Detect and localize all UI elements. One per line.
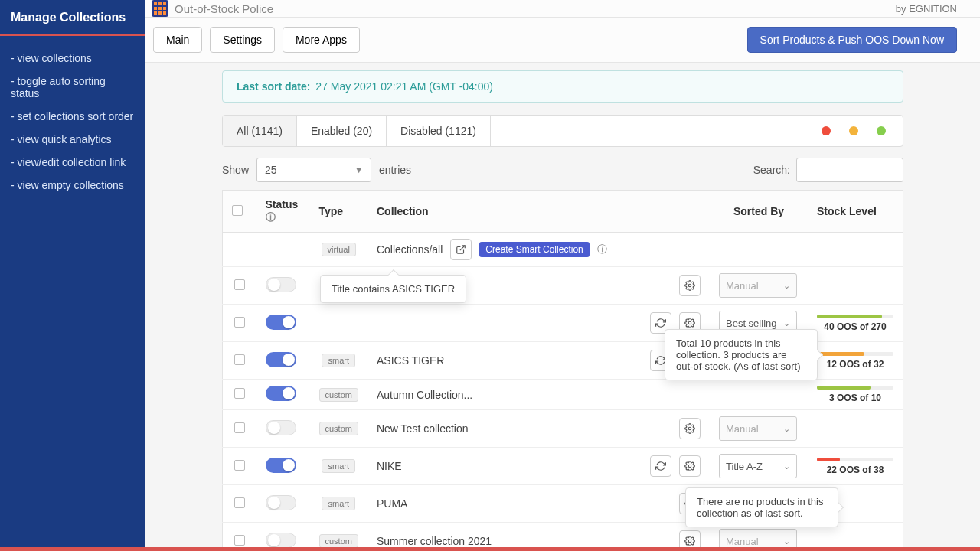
entries-label: entries [379, 164, 411, 176]
create-help-icon[interactable]: ⓘ [597, 243, 607, 256]
last-sort-value: 27 May 2021 02:21 AM (GMT -04:00) [315, 80, 493, 93]
chevron-down-icon: ⌄ [783, 461, 790, 471]
stock-level-text: 3 OOS of 10 [817, 393, 893, 403]
settings-button[interactable]: Settings [210, 27, 275, 53]
filter-tabs: All (1141) Enabled (20) Disabled (1121) [222, 115, 903, 147]
collection-name: Autumn Collection... [377, 389, 472, 401]
row-checkbox[interactable] [234, 279, 245, 290]
sorted-by-value: Manual [726, 536, 759, 547]
collection-name: ASICS TIGER [377, 354, 444, 367]
collection-name: Collections/all [377, 243, 443, 256]
row-checkbox[interactable] [234, 388, 245, 399]
status-toggle[interactable] [266, 277, 296, 292]
stock-level-text: 40 OOS of 270 [817, 321, 893, 332]
stock-bar [817, 315, 893, 318]
sorted-by-value: Manual [726, 280, 759, 292]
sidebar-title: Manage Collections [0, 11, 145, 36]
chevron-down-icon: ▼ [354, 165, 363, 174]
stock-level-text: 12 OOS of 32 [817, 359, 893, 370]
search-label: Search: [753, 164, 790, 176]
sidebar-item-view-collections[interactable]: - view collections [0, 47, 145, 70]
legend-dot-amber[interactable] [849, 126, 858, 135]
type-badge: custom [319, 422, 358, 435]
status-toggle[interactable] [266, 352, 296, 367]
collection-name: New Test collection [377, 422, 469, 435]
app-header: Out-of-Stock Police by EGNITION [145, 0, 980, 18]
chevron-down-icon: ⌄ [783, 281, 790, 291]
legend-dot-green[interactable] [877, 126, 886, 135]
stock-bar [817, 352, 893, 356]
status-toggle[interactable] [266, 533, 296, 548]
app-author: by EGNITION [896, 3, 957, 15]
stock-bar [817, 458, 893, 461]
chevron-down-icon: ⌄ [783, 318, 790, 328]
col-collection: Collection [368, 191, 710, 233]
col-status: Status [266, 198, 299, 210]
svg-point-6 [688, 540, 691, 543]
app-logo-icon [152, 0, 168, 17]
sort-now-button[interactable]: Sort Products & Push OOS Down Now [747, 27, 957, 53]
collection-name: Summer collection 2021 [377, 535, 492, 547]
sidebar-item-set-sort-order[interactable]: - set collections sort order [0, 105, 145, 128]
refresh-icon[interactable] [650, 455, 671, 477]
page-size-value: 25 [265, 164, 277, 176]
sidebar-item-empty-collections[interactable]: - view empty collections [0, 174, 145, 197]
last-sort-label: Last sort date: [237, 80, 310, 93]
main-button[interactable]: Main [153, 27, 202, 53]
legend-dot-red[interactable] [822, 126, 831, 135]
gear-icon[interactable] [679, 418, 701, 439]
page-size-select[interactable]: 25 ▼ [256, 158, 371, 182]
empty-collection-tooltip: There are no products in this collection… [685, 487, 838, 527]
table-row: smartNIKETitle A-Z⌄22 OOS of 38 [223, 448, 903, 485]
table-row: customNew Test collectionManual⌄ [223, 410, 903, 448]
gear-icon[interactable] [679, 455, 701, 477]
row-checkbox[interactable] [234, 535, 245, 546]
create-smart-collection-button[interactable]: Create Smart Collection [479, 242, 589, 257]
stock-level-text: 22 OOS of 38 [817, 465, 893, 475]
row-checkbox[interactable] [234, 317, 245, 328]
gear-icon[interactable] [679, 275, 701, 296]
sorted-by-select[interactable]: Title A-Z⌄ [719, 454, 797, 478]
svg-point-1 [688, 321, 691, 324]
table-row: customAutumn Collection...3 OOS of 10 [223, 380, 903, 410]
status-toggle[interactable] [266, 495, 296, 510]
sidebar-item-quick-analytics[interactable]: - view quick analytics [0, 128, 145, 151]
sorted-by-value: Best selling [726, 318, 776, 329]
type-badge: custom [319, 388, 358, 402]
row-checkbox[interactable] [234, 460, 245, 471]
open-external-icon[interactable] [450, 239, 472, 260]
more-apps-button[interactable]: More Apps [283, 27, 360, 53]
col-sorted-by: Sorted By [710, 191, 808, 233]
svg-point-4 [688, 465, 691, 468]
tab-enabled[interactable]: Enabled (20) [297, 116, 387, 146]
type-badge: smart [322, 497, 355, 510]
status-toggle[interactable] [266, 315, 296, 330]
tab-disabled[interactable]: Disabled (1121) [387, 116, 491, 146]
collection-name: NIKE [377, 460, 402, 472]
svg-point-0 [688, 284, 691, 287]
sidebar: Manage Collections - view collections - … [0, 0, 145, 551]
status-toggle[interactable] [266, 420, 296, 435]
search-input[interactable] [796, 158, 903, 182]
type-badge: smart [322, 459, 355, 473]
status-toggle[interactable] [266, 386, 296, 401]
title-filter-tooltip: Title contains ASICS TIGER [320, 275, 466, 303]
last-sort-banner: Last sort date: 27 May 2021 02:21 AM (GM… [222, 70, 903, 103]
bottom-accent-bar [0, 547, 980, 551]
stock-bar [817, 386, 893, 390]
sidebar-item-edit-link[interactable]: - view/edit collection link [0, 151, 145, 174]
status-help-icon[interactable]: ⓘ [266, 211, 276, 223]
row-checkbox[interactable] [234, 422, 245, 433]
select-all-checkbox[interactable] [232, 205, 243, 216]
col-type: Type [310, 191, 368, 233]
row-checkbox[interactable] [234, 497, 245, 508]
stock-detail-tooltip: Total 10 products in this collection. 3 … [665, 329, 818, 380]
tab-all[interactable]: All (1141) [223, 116, 297, 146]
sorted-by-value: Title A-Z [726, 461, 763, 472]
status-toggle[interactable] [266, 458, 296, 473]
svg-point-3 [688, 427, 691, 430]
sidebar-item-toggle-auto-sort[interactable]: - toggle auto sorting status [0, 70, 145, 105]
type-badge: virtual [322, 243, 356, 256]
row-checkbox[interactable] [234, 354, 245, 365]
sorted-by-select: Manual⌄ [719, 416, 797, 441]
